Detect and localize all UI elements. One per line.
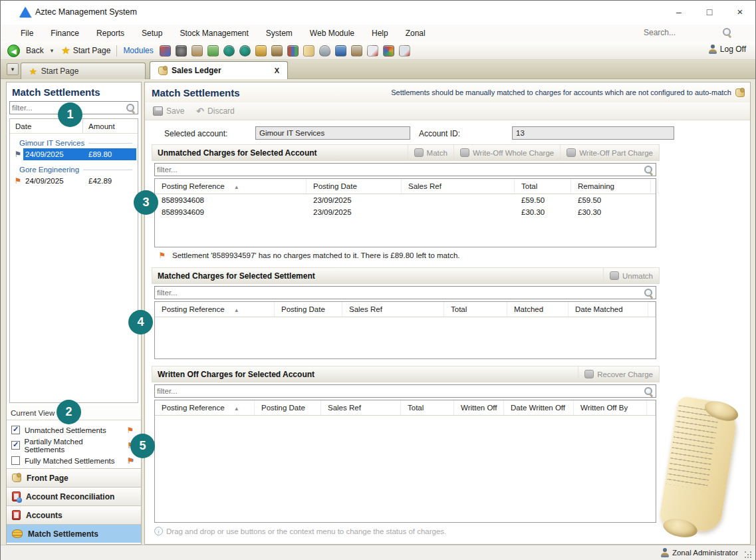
- menu-stock-management[interactable]: Stock Management: [180, 29, 248, 38]
- col-posting-date[interactable]: Posting Date: [255, 400, 321, 415]
- gear-icon[interactable]: [176, 45, 187, 57]
- timed-report-icon[interactable]: [399, 45, 410, 57]
- maximize-button[interactable]: □: [694, 1, 725, 23]
- menu-setup[interactable]: Setup: [142, 29, 162, 38]
- save-button[interactable]: Save: [153, 106, 184, 116]
- col-posting-date[interactable]: Posting Date: [275, 302, 342, 317]
- settlement-warning: Settlement '8589934597' has no charges m…: [157, 251, 460, 260]
- delivery-truck-icon[interactable]: [271, 45, 283, 57]
- close-button[interactable]: ×: [725, 1, 755, 23]
- start-page-button[interactable]: Start Page: [73, 46, 111, 55]
- lamp-badge-icon[interactable]: [239, 45, 251, 57]
- staff-group-icon[interactable]: [335, 45, 346, 57]
- panel-hint: Settlements should be manually matched t…: [391, 88, 745, 97]
- checkbox-checked-icon[interactable]: [11, 426, 20, 434]
- global-search[interactable]: [644, 27, 737, 37]
- col-total[interactable]: Total: [401, 400, 454, 415]
- tab-start-page-label: Start Page: [41, 67, 79, 76]
- filter-option-unmatched[interactable]: Unmatched Settlements: [7, 422, 141, 438]
- col-total[interactable]: Total: [515, 179, 571, 194]
- star-icon: [61, 45, 70, 57]
- filter-option-partially-matched[interactable]: Partially Matched Settlements: [7, 438, 141, 453]
- settlement-row[interactable]: 24/09/2025£89.80: [13, 148, 136, 160]
- writeoff-part-button[interactable]: Write-Off Part Charge: [560, 145, 659, 160]
- account-id-field[interactable]: [512, 126, 674, 140]
- match-button[interactable]: Match: [408, 145, 453, 160]
- menu-file[interactable]: File: [21, 29, 33, 38]
- table-row[interactable]: 858993460823/09/2025£59.50£59.50: [155, 194, 656, 206]
- menu-zonal[interactable]: Zonal: [406, 29, 426, 38]
- modules-button[interactable]: Modules: [123, 46, 153, 55]
- col-posting-reference[interactable]: Posting Reference: [155, 400, 255, 415]
- menu-finance[interactable]: Finance: [51, 29, 79, 38]
- audit-search-icon[interactable]: [367, 45, 378, 57]
- menu-web-module[interactable]: Web Module: [310, 29, 354, 38]
- col-posting-reference[interactable]: Posting Reference: [155, 179, 307, 194]
- writtenoff-filter-input[interactable]: [157, 387, 644, 395]
- selected-account-field[interactable]: [255, 126, 410, 140]
- cash-notes-icon[interactable]: [207, 45, 219, 57]
- nav-label: Front Page: [27, 474, 68, 483]
- writtenoff-filter[interactable]: [154, 384, 656, 398]
- column-amount[interactable]: Amount: [83, 119, 115, 134]
- account-group-name: Gimour IT Services: [19, 139, 84, 147]
- search-icon[interactable]: [722, 27, 732, 37]
- nav-match-settlements[interactable]: Match Settlements: [7, 524, 141, 543]
- scheduler-clock-icon[interactable]: [160, 45, 171, 57]
- nav-accounts[interactable]: Accounts: [7, 505, 141, 524]
- table-row[interactable]: 858993460923/09/2025£30.30£30.30: [155, 206, 656, 218]
- log-off-button[interactable]: Log Off: [709, 45, 746, 54]
- account-id-label: Account ID:: [419, 129, 460, 138]
- stock-box-icon[interactable]: [191, 45, 203, 57]
- clipboard-box-icon[interactable]: [351, 45, 362, 57]
- col-sales-ref[interactable]: Sales Ref: [402, 179, 515, 194]
- ledger-books-icon[interactable]: [287, 45, 299, 57]
- matched-filter[interactable]: [154, 286, 656, 299]
- scroll-icon[interactable]: [303, 45, 315, 57]
- col-total[interactable]: Total: [444, 302, 507, 317]
- tab-list-dropdown-icon[interactable]: [7, 63, 19, 75]
- col-matched[interactable]: Matched: [507, 302, 568, 317]
- settlement-row[interactable]: 24/09/2025£42.89: [13, 175, 136, 187]
- col-remaining[interactable]: Remaining: [571, 179, 651, 194]
- col-sales-ref[interactable]: Sales Ref: [342, 302, 444, 317]
- nav-account-reconciliation[interactable]: Account Reconciliation: [7, 487, 141, 505]
- checkbox-unchecked-icon[interactable]: [11, 456, 20, 465]
- writeoff-whole-button[interactable]: Write-Off Whole Charge: [453, 145, 560, 160]
- menu-help[interactable]: Help: [372, 29, 388, 38]
- database-icon[interactable]: [319, 45, 330, 57]
- col-date-written-off[interactable]: Date Written Off: [504, 400, 574, 415]
- col-sales-ref[interactable]: Sales Ref: [321, 400, 401, 415]
- palette-icon[interactable]: [383, 45, 394, 57]
- filter-option-fully-matched[interactable]: Fully Matched Settlements: [7, 453, 141, 468]
- recover-charge-button[interactable]: Recover Charge: [578, 366, 659, 382]
- menu-reports[interactable]: Reports: [96, 29, 124, 38]
- back-button[interactable]: Back: [7, 45, 53, 57]
- unmatched-filter-input[interactable]: [157, 166, 644, 174]
- unmatched-filter[interactable]: [154, 163, 656, 176]
- till-icon[interactable]: [255, 45, 267, 57]
- minimize-button[interactable]: –: [664, 1, 694, 23]
- matched-filter-input[interactable]: [157, 289, 644, 297]
- menu-system[interactable]: System: [266, 29, 293, 38]
- settlement-amount: £42.89: [86, 177, 112, 185]
- tab-sales-ledger[interactable]: Sales Ledger X: [150, 61, 288, 79]
- person-badge-icon[interactable]: [223, 45, 235, 57]
- app-window: Aztec Management System – □ × File Finan…: [0, 0, 756, 560]
- col-written-off[interactable]: Written Off: [454, 400, 504, 415]
- resize-grip[interactable]: [745, 551, 751, 558]
- unmatch-icon: [610, 271, 619, 280]
- col-posting-date[interactable]: Posting Date: [307, 179, 402, 194]
- col-date-matched[interactable]: Date Matched: [568, 302, 648, 317]
- col-posting-reference[interactable]: Posting Reference: [155, 302, 275, 317]
- tab-start-page[interactable]: Start Page: [21, 63, 146, 79]
- discard-button[interactable]: Discard: [196, 106, 234, 116]
- tab-close-icon[interactable]: X: [275, 67, 279, 74]
- checkbox-checked-icon[interactable]: [11, 441, 20, 450]
- col-written-off-by[interactable]: Written Off By: [574, 400, 647, 415]
- settlements-list: Date Amount Gimour IT Services 24/09/202…: [9, 118, 138, 403]
- back-dropdown-icon[interactable]: [51, 47, 54, 54]
- search-input[interactable]: [644, 28, 722, 37]
- nav-front-page[interactable]: Front Page: [7, 468, 141, 487]
- unmatch-button[interactable]: Unmatch: [603, 268, 659, 283]
